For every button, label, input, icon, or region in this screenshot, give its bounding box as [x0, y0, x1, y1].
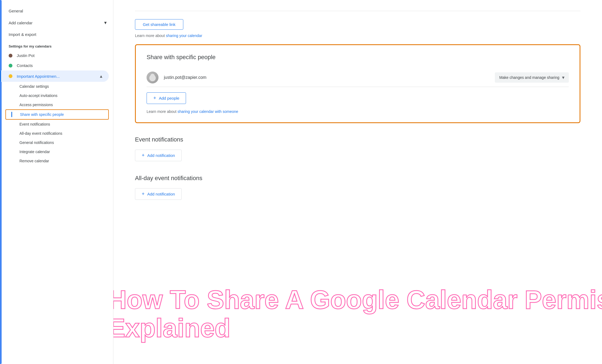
add-people-button[interactable]: + Add people: [147, 92, 186, 104]
add-notification-plus-icon: +: [142, 153, 145, 158]
subitem-general-notifications[interactable]: General notifications: [5, 138, 109, 147]
main-content: Get shareable link Learn more about shar…: [113, 0, 602, 364]
subitem-share-specific-people[interactable]: Share with specific people: [5, 109, 109, 120]
import-export-label: Import & export: [9, 32, 107, 37]
event-notifications-section: Event notifications + Add notification: [135, 136, 580, 172]
get-shareable-link-button[interactable]: Get shareable link: [135, 19, 183, 30]
add-allday-plus-icon: +: [142, 191, 145, 197]
subitem-label-remove-calendar: Remove calendar: [19, 159, 49, 163]
subitems-list: Calendar settings Auto-accept invitation…: [0, 82, 113, 166]
subitem-access-permissions[interactable]: Access permissions: [5, 100, 109, 109]
sidebar-accent: [0, 0, 2, 364]
sidebar: General Add calendar ▾ Import & export S…: [0, 0, 113, 364]
subitem-remove-calendar[interactable]: Remove calendar: [5, 156, 109, 166]
share-learn-more: Learn more about sharing your calendar w…: [147, 109, 569, 114]
justin-pot-label: Justin Pot: [17, 53, 102, 58]
sharing-with-someone-link[interactable]: sharing your calendar with someone: [177, 109, 238, 114]
top-divider: [135, 11, 580, 11]
chevron-up-icon: ▴: [100, 73, 102, 79]
permission-dropdown[interactable]: Make changes and manage sharing ▾: [495, 72, 569, 83]
important-appointments-label: Important Appointmen...: [17, 74, 100, 79]
share-with-specific-people-box: Share with specific people justin.pot@za…: [135, 44, 580, 123]
subitem-label-allday-notifications: All-day event notifications: [19, 131, 62, 136]
general-label: General: [9, 9, 107, 13]
allday-notifications-section: All-day event notifications + Add notifi…: [135, 175, 580, 200]
subitem-event-notifications[interactable]: Event notifications: [5, 120, 109, 129]
shareable-learn-more: Learn more about sharing your calendar: [135, 33, 580, 38]
sidebar-item-contacts[interactable]: Contacts: [0, 60, 109, 70]
chevron-down-icon: ▾: [104, 20, 107, 26]
person-row: justin.pot@zapier.com Make changes and m…: [147, 68, 569, 87]
subitem-label-event-notifications: Event notifications: [19, 122, 50, 126]
add-notification-button[interactable]: + Add notification: [135, 150, 182, 161]
add-allday-notification-label: Add notification: [147, 192, 175, 196]
add-allday-notification-button[interactable]: + Add notification: [135, 188, 182, 200]
avatar-image: [147, 72, 158, 83]
subitem-calendar-settings[interactable]: Calendar settings: [5, 82, 109, 91]
settings-section-title: Settings for my calendars: [0, 40, 113, 50]
subitem-label-general-notifications: General notifications: [19, 140, 54, 145]
watermark-line2: Explained: [113, 314, 602, 342]
subitem-label-integrate-calendar: Integrate calendar: [19, 150, 50, 154]
add-people-plus-icon: +: [153, 95, 156, 101]
subitem-label-access-permissions: Access permissions: [19, 103, 53, 107]
subitem-auto-accept[interactable]: Auto-accept invitations: [5, 91, 109, 100]
avatar: [147, 72, 158, 83]
sidebar-item-general[interactable]: General: [0, 5, 113, 16]
calendar-dot-green: [9, 64, 12, 68]
watermark-line1: How To Share A Google Calendar Permissio…: [113, 285, 602, 314]
person-email: justin.pot@zapier.com: [164, 75, 495, 80]
subitem-label-calendar-settings: Calendar settings: [19, 84, 49, 89]
calendar-dot-yellow: [9, 74, 12, 78]
shareable-link-section: Get shareable link Learn more about shar…: [135, 19, 580, 38]
subitem-label-share-specific-people: Share with specific people: [20, 112, 64, 117]
allday-notifications-title: All-day event notifications: [135, 175, 580, 182]
subitem-allday-notifications[interactable]: All-day event notifications: [5, 129, 109, 138]
calendar-dot-brown: [9, 54, 12, 58]
subitem-label-auto-accept: Auto-accept invitations: [19, 93, 58, 98]
add-people-label: Add people: [159, 96, 180, 100]
add-notification-label: Add notification: [147, 153, 175, 158]
watermark: How To Share A Google Calendar Permissio…: [113, 285, 602, 342]
sidebar-item-important-appointments[interactable]: Important Appointmen... ▴: [0, 70, 109, 82]
subitem-integrate-calendar[interactable]: Integrate calendar: [5, 147, 109, 156]
add-calendar-label: Add calendar: [9, 21, 101, 25]
sidebar-item-import-export[interactable]: Import & export: [0, 29, 113, 40]
share-box-title: Share with specific people: [147, 54, 569, 61]
contacts-label: Contacts: [17, 63, 102, 68]
sidebar-item-justin-pot[interactable]: Justin Pot: [0, 50, 109, 60]
sharing-calendar-link[interactable]: sharing your calendar: [166, 33, 202, 38]
permission-label: Make changes and manage sharing: [499, 75, 559, 80]
sidebar-item-add-calendar[interactable]: Add calendar ▾: [0, 16, 113, 29]
dropdown-arrow-icon: ▾: [562, 75, 564, 80]
learn-more-prefix: Learn more about: [135, 33, 166, 38]
share-learn-more-prefix: Learn more about: [147, 109, 177, 114]
event-notifications-title: Event notifications: [135, 136, 580, 143]
